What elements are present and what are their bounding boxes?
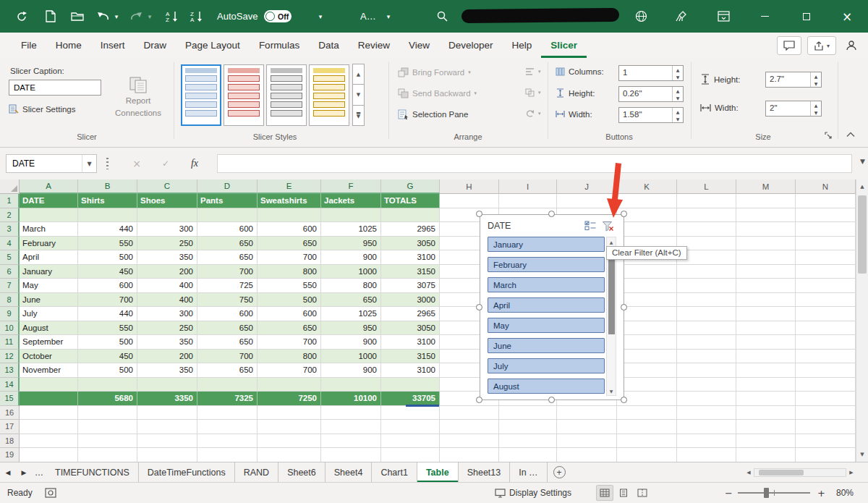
vertical-scrollbar[interactable]: ▲ ▼ <box>856 179 868 462</box>
grid-cell-A1[interactable]: DATE <box>20 194 78 208</box>
grid-cell-F7[interactable]: 800 <box>321 279 381 293</box>
slicer-scroll-up-icon[interactable]: ▲ <box>607 237 616 246</box>
grid-cell-B5[interactable]: 500 <box>78 250 137 265</box>
grid-cell-F3[interactable]: 1025 <box>321 222 381 237</box>
grid-cell-B10[interactable]: 550 <box>78 321 137 336</box>
grid-cell-A15[interactable] <box>20 392 78 406</box>
grid-cell-D1[interactable]: Pants <box>197 194 258 208</box>
grid-cell-N13[interactable] <box>796 363 856 378</box>
grid-cell-B4[interactable]: 550 <box>78 237 137 251</box>
grid-cell-N17[interactable] <box>796 420 856 434</box>
grid-cell-N3[interactable] <box>796 222 856 237</box>
grid-cell-C6[interactable]: 200 <box>137 265 197 279</box>
grid-cell-M18[interactable] <box>736 434 796 449</box>
grid-cell-N7[interactable] <box>796 279 856 293</box>
grid-cell-K14[interactable] <box>617 378 677 392</box>
slicer-scroll-thumb[interactable] <box>608 249 615 334</box>
grid-cell-A13[interactable]: November <box>20 363 78 378</box>
grid-cell-H16[interactable] <box>440 406 499 420</box>
spin-up-icon[interactable]: ▲ <box>811 101 821 109</box>
grid-cell-A9[interactable]: July <box>20 307 78 321</box>
grid-cell-L11[interactable] <box>677 335 736 350</box>
grid-cell-B6[interactable]: 450 <box>78 265 137 279</box>
grid-cell-K10[interactable] <box>617 321 677 336</box>
slicer-style-thumbnail-4[interactable] <box>309 64 349 126</box>
grid-cell-J17[interactable] <box>557 420 617 434</box>
grid-cell-L9[interactable] <box>677 307 736 321</box>
column-header-H[interactable]: H <box>440 179 499 194</box>
formula-bar-grip[interactable] <box>106 158 109 169</box>
grid-cell-L17[interactable] <box>677 420 736 434</box>
grid-cell-F5[interactable]: 900 <box>321 250 381 265</box>
grid-cell-C10[interactable]: 250 <box>137 321 197 336</box>
ribbon-tab-review[interactable]: Review <box>349 33 399 58</box>
grid-cell-E3[interactable]: 600 <box>258 222 321 237</box>
page-layout-view-icon[interactable] <box>615 485 632 501</box>
sheet-tab-sheet6[interactable]: Sheet6 <box>278 462 326 482</box>
grid-cell-D5[interactable]: 650 <box>197 250 258 265</box>
column-header-L[interactable]: L <box>677 179 736 194</box>
grid-cell-F1[interactable]: Jackets <box>321 194 381 208</box>
grid-cell-G3[interactable]: 2965 <box>381 222 440 237</box>
grid-cell-G10[interactable]: 3050 <box>381 321 440 336</box>
grid-cell-F9[interactable]: 1025 <box>321 307 381 321</box>
date-slicer[interactable]: DATE JanuaryFebruaryMarchAprilMayJuneJul… <box>480 214 624 400</box>
grid-cell-D14[interactable] <box>197 378 258 392</box>
horizontal-scroll-thumb[interactable] <box>759 470 804 475</box>
macro-record-icon[interactable] <box>45 483 56 503</box>
column-header-K[interactable]: K <box>617 179 677 194</box>
grid-cell-N16[interactable] <box>796 406 856 420</box>
row-header-11[interactable]: 11 <box>0 335 20 350</box>
row-header-12[interactable]: 12 <box>0 350 20 364</box>
row-header-10[interactable]: 10 <box>0 321 20 336</box>
minimize-button[interactable] <box>748 0 781 33</box>
name-box[interactable]: DATE ▼ <box>6 154 97 173</box>
grid-cell-A3[interactable]: March <box>20 222 78 237</box>
sheet-tab-sheet4[interactable]: Sheet4 <box>326 462 373 482</box>
globe-icon[interactable] <box>632 0 650 33</box>
grid-cell-A19[interactable] <box>20 448 78 462</box>
spin-up-icon[interactable]: ▲ <box>673 87 683 94</box>
collapse-ribbon-icon[interactable] <box>846 130 855 139</box>
spin-down-icon[interactable]: ▼ <box>673 73 683 80</box>
grid-cell-L16[interactable] <box>677 406 736 420</box>
grid-cell-B16[interactable] <box>78 406 137 420</box>
grid-cell-N6[interactable] <box>796 265 856 279</box>
grid-cell-F4[interactable]: 950 <box>321 237 381 251</box>
row-header-13[interactable]: 13 <box>0 363 20 378</box>
zoom-slider[interactable] <box>738 492 810 494</box>
button-height-spinner[interactable]: 0.26" ▲▼ <box>618 86 684 102</box>
grid-cell-G6[interactable]: 3150 <box>381 265 440 279</box>
grid-cell-G8[interactable]: 3000 <box>381 293 440 308</box>
formula-input[interactable] <box>217 154 852 173</box>
size-dialog-launcher-icon[interactable] <box>825 132 833 141</box>
grid-cell-E10[interactable]: 650 <box>258 321 321 336</box>
grid-cell-L10[interactable] <box>677 321 736 336</box>
report-connections-button[interactable]: Report Connections <box>107 64 169 130</box>
maximize-button[interactable] <box>790 0 823 33</box>
slicer-item-march[interactable]: March <box>488 277 605 292</box>
account-button[interactable] <box>842 40 861 51</box>
grid-cell-E18[interactable] <box>258 434 321 449</box>
grid-cell-B8[interactable]: 700 <box>78 293 137 308</box>
grid-cell-K7[interactable] <box>617 279 677 293</box>
grid-cell-M7[interactable] <box>736 279 796 293</box>
grid-cell-F17[interactable] <box>321 420 381 434</box>
slicer-style-thumbnail-1[interactable] <box>181 64 221 126</box>
grid-cell-E11[interactable]: 700 <box>258 335 321 350</box>
grid-cell-A17[interactable] <box>20 420 78 434</box>
sweep-icon[interactable] <box>673 0 690 33</box>
grid-cell-L1[interactable] <box>677 194 736 208</box>
row-header-16[interactable]: 16 <box>0 406 20 420</box>
select-all-corner[interactable] <box>0 179 20 194</box>
grid-cell-M5[interactable] <box>736 250 796 265</box>
rotate-button[interactable]: ▾ <box>525 109 541 118</box>
spin-up-icon[interactable]: ▲ <box>811 72 821 80</box>
grid-cell-D18[interactable] <box>197 434 258 449</box>
zoom-level[interactable]: 80% <box>836 483 854 503</box>
grid-cell-L6[interactable] <box>677 265 736 279</box>
grid-cell-F10[interactable]: 950 <box>321 321 381 336</box>
grid-cell-F18[interactable] <box>321 434 381 449</box>
grid-cell-B1[interactable]: Shirts <box>78 194 137 208</box>
grid-cell-M9[interactable] <box>736 307 796 321</box>
